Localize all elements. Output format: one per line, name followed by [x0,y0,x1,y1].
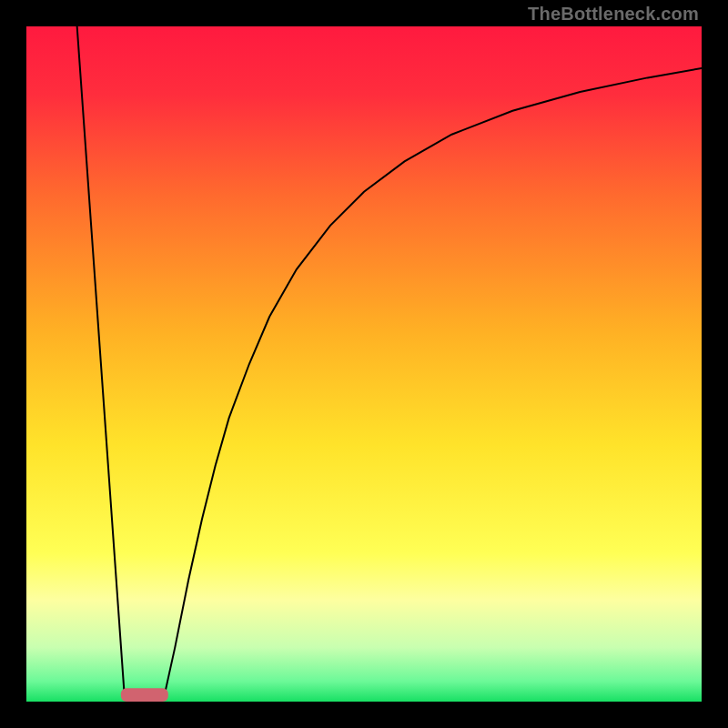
plot-svg [26,26,702,702]
watermark-text: TheBottleneck.com [528,4,699,25]
chart-frame [26,26,702,702]
gradient-bg [26,26,702,702]
bottleneck-marker [121,688,168,702]
